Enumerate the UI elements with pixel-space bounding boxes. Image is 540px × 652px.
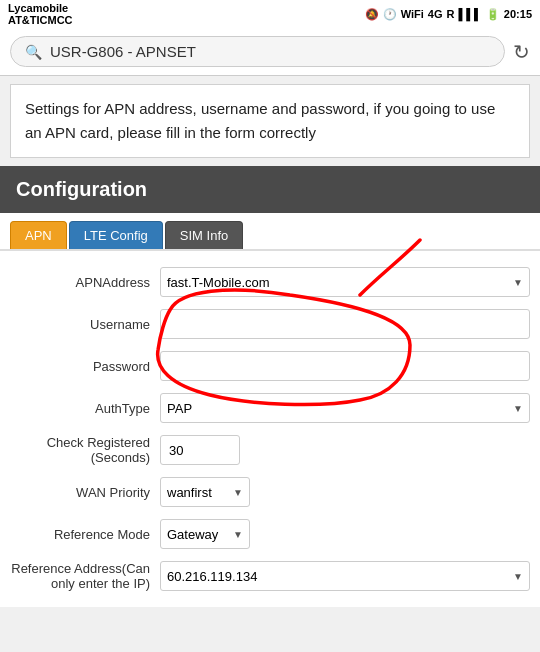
- wan-priority-label: WAN Priority: [10, 485, 160, 500]
- wifi-icon: WiFi: [401, 8, 424, 20]
- mute-icon: 🔕: [365, 8, 379, 21]
- apn-address-row: APNAddress fast.T-Mobile.com ▼: [0, 261, 540, 303]
- config-section: Configuration APN LTE Config SIM Info AP…: [0, 166, 540, 607]
- apn-address-select[interactable]: fast.T-Mobile.com ▼: [160, 267, 530, 297]
- wan-priority-select[interactable]: wanfirst ▼: [160, 477, 250, 507]
- reference-mode-arrow: ▼: [233, 529, 243, 540]
- username-label: Username: [10, 317, 160, 332]
- username-row: Username: [0, 303, 540, 345]
- clock-icon: 🕐: [383, 8, 397, 21]
- search-bar: 🔍 USR-G806 - APNSET ↻: [0, 28, 540, 76]
- reference-mode-control: Gateway ▼: [160, 519, 530, 549]
- password-row: Password: [0, 345, 540, 387]
- search-icon: 🔍: [25, 44, 42, 60]
- check-registered-control: [160, 435, 530, 465]
- tab-lte-label: LTE Config: [84, 228, 148, 243]
- password-control: [160, 351, 530, 381]
- reference-address-select[interactable]: 60.216.119.134 ▼: [160, 561, 530, 591]
- auth-type-label: AuthType: [10, 401, 160, 416]
- signal-r-icon: R: [447, 8, 455, 20]
- status-bar: Lycamobile AT&TICMCC 🔕 🕐 WiFi 4G R ▌▌▌ 🔋…: [0, 0, 540, 28]
- password-label: Password: [10, 359, 160, 374]
- reference-mode-value: Gateway: [167, 527, 218, 542]
- auth-type-control: PAP ▼: [160, 393, 530, 423]
- wan-priority-arrow: ▼: [233, 487, 243, 498]
- username-input[interactable]: [160, 309, 530, 339]
- auth-type-arrow: ▼: [513, 403, 523, 414]
- auth-type-select[interactable]: PAP ▼: [160, 393, 530, 423]
- wan-priority-control: wanfirst ▼: [160, 477, 530, 507]
- apn-address-control: fast.T-Mobile.com ▼: [160, 267, 530, 297]
- network-4g-icon: 4G: [428, 8, 443, 20]
- auth-type-row: AuthType PAP ▼: [0, 387, 540, 429]
- form-container: APNAddress fast.T-Mobile.com ▼ Username …: [0, 251, 540, 607]
- tab-bar: APN LTE Config SIM Info: [0, 213, 540, 251]
- apn-address-value: fast.T-Mobile.com: [167, 275, 270, 290]
- reference-mode-select[interactable]: Gateway ▼: [160, 519, 250, 549]
- reference-mode-row: Reference Mode Gateway ▼: [0, 513, 540, 555]
- status-icons: 🔕 🕐 WiFi 4G R ▌▌▌ 🔋 20:15: [365, 8, 532, 21]
- reference-address-control: 60.216.119.134 ▼: [160, 561, 530, 591]
- check-registered-row: Check Registered (Seconds): [0, 429, 540, 471]
- tab-apn-label: APN: [25, 228, 52, 243]
- search-field[interactable]: 🔍 USR-G806 - APNSET: [10, 36, 505, 67]
- battery-icon: 🔋: [486, 8, 500, 21]
- config-header: Configuration: [0, 166, 540, 213]
- info-box: Settings for APN address, username and p…: [10, 84, 530, 158]
- signal-bars-icon: ▌▌▌: [458, 8, 481, 20]
- apn-address-label: APNAddress: [10, 275, 160, 290]
- network-name: AT&TICMCC: [8, 14, 73, 26]
- tab-sim-label: SIM Info: [180, 228, 228, 243]
- check-registered-input[interactable]: [160, 435, 240, 465]
- wan-priority-row: WAN Priority wanfirst ▼: [0, 471, 540, 513]
- refresh-icon[interactable]: ↻: [513, 40, 530, 64]
- reference-address-row: Reference Address(Can only enter the IP)…: [0, 555, 540, 597]
- check-registered-label: Check Registered (Seconds): [10, 435, 160, 465]
- reference-address-label: Reference Address(Can only enter the IP): [10, 561, 160, 591]
- wan-priority-value: wanfirst: [167, 485, 212, 500]
- reference-mode-label: Reference Mode: [10, 527, 160, 542]
- carrier-name: Lycamobile: [8, 2, 73, 14]
- carrier-info: Lycamobile AT&TICMCC: [8, 2, 73, 26]
- config-title: Configuration: [16, 178, 147, 200]
- reference-address-value: 60.216.119.134: [167, 569, 257, 584]
- apn-address-arrow: ▼: [513, 277, 523, 288]
- time-display: 20:15: [504, 8, 532, 20]
- username-control: [160, 309, 530, 339]
- password-input[interactable]: [160, 351, 530, 381]
- search-value: USR-G806 - APNSET: [50, 43, 196, 60]
- tab-sim[interactable]: SIM Info: [165, 221, 243, 249]
- tab-lte[interactable]: LTE Config: [69, 221, 163, 249]
- auth-type-value: PAP: [167, 401, 192, 416]
- info-text: Settings for APN address, username and p…: [25, 100, 495, 141]
- reference-address-arrow: ▼: [513, 571, 523, 582]
- tab-apn[interactable]: APN: [10, 221, 67, 249]
